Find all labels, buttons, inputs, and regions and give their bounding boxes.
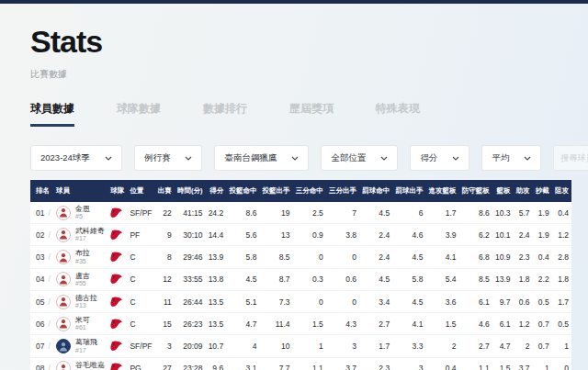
rank-divider: /: [48, 230, 50, 240]
stat-cell: 2.7: [359, 313, 392, 335]
stat-cell: 6: [392, 202, 425, 224]
filter-value: 臺南台鋼獵鷹: [224, 152, 277, 164]
stat-cell: 8.6: [459, 202, 492, 224]
player-number: #5: [75, 213, 90, 220]
player-info: 盧吉#55: [75, 272, 90, 287]
column-header-10[interactable]: 三分出手: [326, 180, 359, 202]
player-avatar: [56, 228, 71, 242]
player-name: 米可: [75, 316, 90, 324]
team-cell: [107, 357, 127, 370]
stat-cell: 3: [392, 357, 425, 370]
stat-cell: 3: [326, 335, 359, 357]
column-header-17[interactable]: 抄截: [533, 180, 552, 202]
team-logo-icon: [110, 341, 124, 352]
column-header-15[interactable]: 籃板: [492, 180, 514, 202]
position-cell: SF/PF: [127, 202, 154, 224]
player-avatar: [56, 272, 71, 286]
column-header-11[interactable]: 罰球命中: [359, 180, 392, 202]
stat-cell: 1.9: [533, 202, 552, 224]
stat-cell: 4.1: [392, 313, 425, 335]
filter-stat[interactable]: 得分: [410, 145, 469, 171]
filter-team[interactable]: 臺南台鋼獵鷹: [214, 145, 309, 171]
team-logo-icon: [110, 363, 124, 370]
table-row[interactable]: 07/葛瑞飛#17SF/PF320:0910.7410131.73.322.74…: [30, 335, 571, 357]
player-cell[interactable]: 德古拉#13: [53, 290, 107, 312]
rank-cell: 07/: [30, 335, 53, 357]
stat-cell: 4.5: [392, 246, 425, 268]
team-logo-icon: [110, 297, 124, 308]
stat-cell: 8.5: [259, 246, 292, 268]
position-cell: C: [127, 268, 154, 290]
stat-cell: 4.6: [459, 313, 492, 335]
stat-cell: 2.2: [533, 268, 552, 290]
team-cell: [107, 268, 127, 290]
table-row[interactable]: 06/米可#61C1526:2313.54.711.41.54.32.74.11…: [30, 313, 571, 335]
rank-cell: 05/: [30, 290, 53, 312]
stat-cell: 0.6: [326, 268, 359, 290]
stat-cell: 8: [155, 246, 175, 268]
player-cell[interactable]: 武科維奇#17: [53, 224, 107, 246]
column-header-9[interactable]: 三分命中: [293, 180, 326, 202]
column-header-18[interactable]: 阻攻: [552, 180, 571, 202]
table-row[interactable]: 04/盧吉#55C1233:5513.84.58.70.30.64.55.85.…: [30, 268, 571, 290]
rank-number: 07: [36, 342, 44, 351]
filter-game-type[interactable]: 例行賽: [134, 145, 203, 171]
column-header-8[interactable]: 投籃出手: [259, 180, 292, 202]
column-header-5[interactable]: 時間(分): [175, 180, 206, 202]
table-header-row: 排名球員球隊位置出賽時間(分)得分投籃命中投籃出手三分命中三分出手罰球命中罰球出…: [30, 180, 571, 202]
player-cell[interactable]: 葛瑞飛#17: [53, 335, 107, 357]
stat-cell: 4.5: [392, 290, 425, 312]
player-number: #17: [75, 235, 105, 242]
stat-cell: 8.6: [226, 202, 259, 224]
table-row[interactable]: 03/布拉#35C829:4613.95.88.5002.44.54.16.81…: [30, 246, 571, 268]
column-header-14[interactable]: 防守籃板: [459, 180, 492, 202]
rank-cell: 04/: [30, 268, 53, 290]
table-row[interactable]: 05/德古拉#13C1126:4413.55.17.3003.44.53.66.…: [30, 290, 571, 312]
column-header-7[interactable]: 投籃命中: [226, 180, 259, 202]
column-header-0[interactable]: 排名: [30, 180, 53, 202]
filter-mode[interactable]: 平均: [481, 145, 541, 171]
column-header-2[interactable]: 球隊: [107, 180, 127, 202]
column-header-6[interactable]: 得分: [206, 180, 227, 202]
column-header-1[interactable]: 球員: [53, 180, 107, 202]
stat-cell: 8.5: [459, 268, 492, 290]
table-row[interactable]: 01/金恩#5SF/PF2241:1524.28.6192.574.561.78…: [30, 202, 571, 224]
player-cell[interactable]: 金恩#5: [53, 202, 107, 224]
tab-0[interactable]: 球員數據: [30, 101, 74, 127]
search-input[interactable]: [560, 153, 588, 163]
filter-position[interactable]: 全部位置: [321, 145, 398, 171]
player-cell[interactable]: 布拉#35: [53, 246, 107, 268]
stat-cell: 0: [326, 246, 359, 268]
stat-cell: 10.1: [492, 224, 514, 246]
column-header-13[interactable]: 進攻籃板: [425, 180, 458, 202]
rank-divider: /: [48, 208, 50, 218]
stat-cell: 3.3: [392, 335, 425, 357]
player-cell[interactable]: 谷毛唯嘉#3: [53, 357, 107, 370]
stat-cell: 5.4: [425, 268, 458, 290]
column-header-4[interactable]: 出賽: [155, 180, 175, 202]
position-cell: PG: [127, 357, 154, 370]
page-subtitle: 比賽數據: [30, 68, 571, 81]
table-row[interactable]: 08/谷毛唯嘉#3PG2723:289.63.17.71.13.72.330.4…: [30, 357, 571, 370]
tab-2[interactable]: 數據排行: [203, 101, 247, 127]
filter-value: 全部位置: [331, 152, 366, 164]
tab-4[interactable]: 特殊表現: [376, 101, 420, 127]
table-row[interactable]: 02/武科維奇#17PF930:1014.45.6130.93.82.44.63…: [30, 224, 571, 246]
tab-3[interactable]: 歷屆獎項: [289, 101, 334, 127]
tab-1[interactable]: 球隊數據: [117, 101, 161, 127]
player: 金恩#5: [56, 205, 105, 220]
column-header-12[interactable]: 罰球出手: [392, 180, 425, 202]
filter-season[interactable]: 2023-24球季: [30, 145, 122, 171]
column-header-3[interactable]: 位置: [127, 180, 154, 202]
stat-cell: 4.7: [492, 335, 514, 357]
player-cell[interactable]: 米可#61: [53, 313, 107, 335]
player-cell[interactable]: 盧吉#55: [53, 268, 107, 290]
stat-cell: 0.4: [425, 357, 458, 370]
chevron-down-icon: [105, 156, 112, 161]
stat-cell: 3.4: [359, 290, 392, 312]
stat-cell: 1: [552, 335, 571, 357]
stat-cell: 0.9: [293, 224, 326, 246]
stats-table-container: 排名球員球隊位置出賽時間(分)得分投籃命中投籃出手三分命中三分出手罰球命中罰球出…: [30, 180, 571, 370]
search-box[interactable]: [553, 145, 588, 171]
column-header-16[interactable]: 助攻: [513, 180, 532, 202]
